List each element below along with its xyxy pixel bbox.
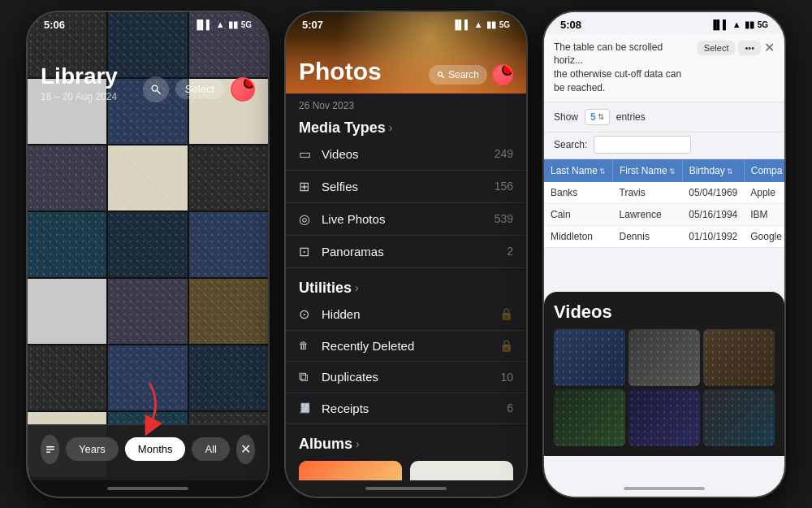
receipts-count: 6 [507,402,513,415]
cell-last-name: Cain [544,203,613,225]
videos-overlay: Videos [544,292,784,456]
cell-company: IBM [744,203,784,225]
live-photos-icon: ◎ [299,211,322,227]
toast-more-button[interactable]: ••• [738,41,761,55]
svg-point-0 [152,85,158,91]
search-button[interactable] [143,76,169,102]
phone1-status-bar: 5:06 ▐▌▌ ▲ ▮▮ 5G [28,12,268,34]
album-wallpapers-thumb [299,461,402,480]
toast-select-button[interactable]: Select [698,41,736,55]
albums-chevron: › [356,437,360,450]
toast-action-buttons: Select ••• ✕ [698,41,775,55]
col-company[interactable]: Compa⇅ [744,159,784,182]
home-indicator [544,480,784,497]
video-cell[interactable] [554,329,625,386]
album-whatsapp-thumb [410,461,513,480]
all-button[interactable]: All [192,437,229,461]
col-first-name[interactable]: First Name⇅ [613,159,683,182]
video-cell[interactable] [628,329,700,386]
svg-line-1 [157,90,160,93]
table-wrapper[interactable]: Last Name⇅ First Name⇅ Birthday⇅ Compa⇅ … [544,159,784,248]
video-cell[interactable] [554,389,625,446]
menu-item-panoramas[interactable]: ⊡ Panoramas 2 [286,236,526,268]
close-button[interactable]: ✕ [236,435,255,464]
photos-scroll-content[interactable]: 26 Nov 2023 Media Types › ▭ Videos 249 ⊞… [286,93,526,480]
selfies-label: Selfies [322,180,495,193]
fiveg-icon: 5G [758,20,768,29]
sort-button[interactable] [41,435,59,464]
library-title: Library [41,63,118,89]
col-birthday[interactable]: Birthday⇅ [682,159,744,182]
video-cell[interactable] [628,389,700,446]
live-photos-count: 539 [495,212,513,225]
library-bottom-nav: Years Months All ✕ [28,424,268,480]
library-date: 18 – 20 Aug 2024 [41,91,118,102]
hidden-label: Hidden [322,307,499,321]
search-label: Search: [554,139,587,150]
home-indicator [286,480,526,497]
wifi-icon: ▲ [216,20,225,29]
cell-last-name: Middleton [544,225,613,247]
panoramas-icon: ⊡ [299,244,322,259]
phones-container: 5:06 ▐▌▌ ▲ ▮▮ 5G Library 18 – 20 Aug 202… [18,2,794,506]
battery-icon: ▮▮ [745,20,754,30]
table-row: Middleton Dennis 01/10/1992 Google [544,225,784,247]
home-bar [107,487,188,490]
months-button[interactable]: Months [125,437,186,461]
live-photos-label: Live Photos [322,212,495,226]
album-wallpapers[interactable]: Wallpapers 3 [299,461,402,480]
signal-icon: ▐▌▌ [193,20,212,29]
signal-icon: ▐▌▌ [710,20,728,29]
cell-first-name: Travis [613,182,683,204]
cell-first-name: Dennis [613,225,683,247]
panoramas-label: Panoramas [322,245,507,258]
show-label: Show [554,111,578,123]
phone2-photos: 5:07 ▐▌▌ ▲ ▮▮ 5G Photos Search [284,11,528,498]
avatar [492,64,513,85]
search-button[interactable]: Search [429,65,487,85]
recently-deleted-icon: 🗑 [299,340,322,351]
svg-line-7 [442,76,444,78]
album-whatsapp[interactable]: Whats... 167 [410,461,513,480]
search-row: Search: [544,132,784,159]
cell-first-name: Lawrence [613,203,683,225]
library-title-group: Library 18 – 20 Aug 2024 [41,63,118,102]
menu-item-hidden[interactable]: ⊙ Hidden 🔒 [286,298,526,331]
select-button[interactable]: Select [175,79,224,99]
col-last-name[interactable]: Last Name⇅ [544,159,613,182]
phone2-status-bar: 5:07 ▐▌▌ ▲ ▮▮ 5G [286,12,526,34]
photo-grid-space [28,109,268,424]
receipts-icon: 🧾 [299,402,322,414]
albums-title: Albums [299,436,352,453]
utilities-header[interactable]: Utilities › [286,275,526,298]
years-button[interactable]: Years [66,437,119,461]
menu-item-receipts[interactable]: 🧾 Receipts 6 [286,393,526,424]
toast-close-button[interactable]: ✕ [764,41,775,54]
phone3-status-bar: 5:08 ▐▌▌ ▲ ▮▮ 5G [544,12,784,34]
video-cell[interactable] [703,329,775,386]
cell-company: Google [744,225,784,247]
videos-count: 249 [495,147,513,160]
menu-item-selfies[interactable]: ⊞ Selfies 156 [286,171,526,203]
menu-item-videos[interactable]: ▭ Videos 249 [286,138,526,171]
video-grid [554,329,775,446]
menu-item-recently-deleted[interactable]: 🗑 Recently Deleted 🔒 [286,331,526,362]
menu-item-live-photos[interactable]: ◎ Live Photos 539 [286,203,526,236]
entries-select[interactable]: 5 ⇅ [585,109,610,125]
home-bar [624,487,705,490]
svg-point-6 [438,72,442,76]
phone1-status-icons: ▐▌▌ ▲ ▮▮ 5G [193,20,252,30]
search-input[interactable] [594,136,691,154]
menu-item-duplicates[interactable]: ⧉ Duplicates 10 [286,362,526,393]
phone2-time: 5:07 [302,19,323,31]
videos-icon: ▭ [299,146,322,162]
phone1-overlay: 5:06 ▐▌▌ ▲ ▮▮ 5G Library 18 – 20 Aug 202… [28,12,268,497]
cell-birthday: 05/16/1994 [682,203,744,225]
photos-header-image: 5:07 ▐▌▌ ▲ ▮▮ 5G Photos Search [286,12,526,93]
albums-header[interactable]: Albums › [286,431,526,454]
media-types-header[interactable]: Media Types › [286,115,526,138]
video-cell[interactable] [703,389,775,446]
home-indicator [28,480,268,497]
duplicates-label: Duplicates [322,370,500,384]
entries-arrows: ⇅ [598,112,604,121]
